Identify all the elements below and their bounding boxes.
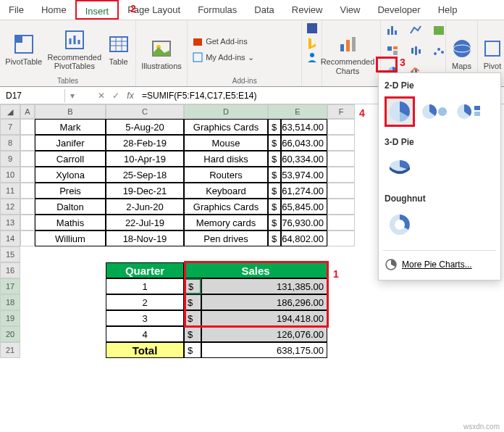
pie-2d-option[interactable] (385, 96, 415, 127)
table-cell-name[interactable]: Xylona (35, 167, 106, 183)
table-cell-date[interactable]: 10-Apr-19 (106, 151, 184, 167)
doughnut-option[interactable] (385, 209, 415, 240)
tab-formulas[interactable]: Formulas (189, 0, 245, 20)
row-19[interactable]: 19 (0, 310, 20, 326)
visio-icon[interactable] (306, 22, 319, 35)
table-cell-name[interactable]: Preis (35, 183, 106, 199)
row-11[interactable]: 11 (0, 183, 20, 199)
quarter-cell[interactable]: 3 (106, 310, 184, 326)
table-cell-date[interactable]: 22-Jul-19 (106, 215, 184, 230)
col-c[interactable]: C (106, 104, 184, 119)
table-cell-val[interactable]: 61,274.00 (281, 183, 327, 199)
people-icon[interactable] (306, 51, 319, 64)
table-cell-val[interactable]: 60,334.00 (281, 151, 327, 167)
row-7[interactable]: 7 (0, 119, 20, 135)
table-cell-cur[interactable]: $ (268, 199, 281, 215)
quarter-cell[interactable]: 1 (106, 278, 184, 294)
table-cell-item[interactable]: Mouse (184, 135, 268, 151)
table-cell-date[interactable]: 28-Feb-19 (106, 135, 184, 151)
table-cell-item[interactable]: Memory cards (184, 215, 268, 230)
col-f[interactable]: F (327, 104, 355, 119)
col-e[interactable]: E (268, 104, 327, 119)
row-10[interactable]: 10 (0, 167, 20, 183)
table-cell-cur[interactable]: $ (268, 151, 281, 167)
col-b[interactable]: B (35, 104, 106, 119)
tab-file[interactable]: File (0, 0, 33, 20)
table-cell-cur[interactable]: $ (268, 167, 281, 183)
tab-insert[interactable]: Insert (75, 0, 119, 20)
tab-home[interactable]: Home (33, 0, 75, 20)
table-cell-val[interactable]: 53,974.00 (281, 167, 327, 183)
sales-val[interactable]: 194,418.00 (201, 310, 327, 326)
name-box[interactable]: D17 (0, 89, 65, 102)
get-addins-button[interactable]: Get Add-ins (190, 34, 248, 49)
sales-cur[interactable]: $ (184, 326, 201, 342)
table-cell-cur[interactable]: $ (268, 183, 281, 199)
table-cell-val[interactable]: 63,514.00 (281, 119, 327, 135)
row-14[interactable]: 14 (0, 230, 20, 246)
quarter-cell[interactable]: 4 (106, 326, 184, 342)
row-15[interactable]: 15 (0, 246, 20, 262)
table-cell-date[interactable]: 5-Aug-20 (106, 119, 184, 135)
table-cell-item[interactable]: Pen drives (184, 230, 268, 246)
cancel-formula-icon[interactable]: ✕ (94, 91, 109, 101)
sales-val[interactable]: 131,385.00 (201, 278, 327, 294)
table-cell-item[interactable]: Routers (184, 167, 268, 183)
row-20[interactable]: 20 (0, 326, 20, 342)
more-pie-charts[interactable]: More Pie Charts... (383, 254, 496, 275)
select-all-corner[interactable]: ◢ (0, 104, 20, 119)
col-a[interactable]: A (20, 104, 35, 119)
table-cell-date[interactable]: 18-Nov-19 (106, 230, 184, 246)
tab-review[interactable]: Review (283, 0, 332, 20)
recommended-pivot-button[interactable]: Recommended PivotTables (47, 28, 101, 70)
insert-column-chart[interactable] (384, 23, 401, 38)
illustrations-button[interactable]: Illustrations (139, 37, 184, 70)
table-cell-date[interactable]: 25-Sep-18 (106, 167, 184, 183)
table-cell-name[interactable]: Carroll (35, 151, 106, 167)
table-cell-val[interactable]: 76,930.00 (281, 215, 327, 230)
table-cell-name[interactable]: Janifer (35, 135, 106, 151)
table-cell-date[interactable]: 2-Jun-20 (106, 199, 184, 215)
insert-hierarchy-chart[interactable] (384, 43, 401, 58)
row-8[interactable]: 8 (0, 135, 20, 151)
bar-of-pie-option[interactable] (454, 96, 484, 127)
fx-icon[interactable]: fx (123, 91, 138, 101)
pivottable-button[interactable]: PivotTable (3, 33, 44, 66)
table-cell-val[interactable]: 65,845.00 (281, 199, 327, 215)
tab-view[interactable]: View (331, 0, 369, 20)
sales-val[interactable]: 126,076.00 (201, 326, 327, 342)
sales-val[interactable]: 186,296.00 (201, 294, 327, 310)
insert-statistic-chart[interactable] (407, 43, 424, 58)
table-cell-val[interactable]: 66,043.00 (281, 135, 327, 151)
table-cell-date[interactable]: 19-Dec-21 (106, 183, 184, 199)
row-9[interactable]: 9 (0, 151, 20, 167)
tab-developer[interactable]: Developer (369, 0, 429, 20)
table-cell-name[interactable]: Willium (35, 230, 106, 246)
tab-help[interactable]: Help (429, 0, 466, 20)
recommended-charts-button[interactable]: Recommended Charts (325, 33, 370, 75)
quarter-cell[interactable]: 2 (106, 294, 184, 310)
insert-map-chart[interactable] (430, 23, 448, 38)
table-cell-cur[interactable]: $ (268, 215, 281, 230)
bing-icon[interactable] (306, 36, 319, 49)
row-21[interactable]: 21 (0, 342, 20, 358)
pie-3d-option[interactable] (385, 153, 415, 183)
table-cell-item[interactable]: Graphics Cards (184, 119, 268, 135)
table-cell-item[interactable]: Keyboard (184, 183, 268, 199)
table-cell-item[interactable]: Graphics Cards (184, 199, 268, 215)
sales-cur[interactable]: $ (184, 278, 201, 294)
pivotchart-button[interactable]: Pivot (481, 37, 504, 70)
table-cell-name[interactable]: Mathis (35, 215, 106, 230)
tab-page-layout[interactable]: Page Layout (119, 0, 189, 20)
pie-of-pie-option[interactable] (419, 96, 450, 127)
col-d[interactable]: D (184, 104, 268, 119)
table-button[interactable]: Table (104, 33, 133, 66)
maps-button[interactable]: Maps (449, 37, 474, 70)
row-18[interactable]: 18 (0, 294, 20, 310)
tab-data[interactable]: Data (245, 0, 282, 20)
table-cell-item[interactable]: Hard disks (184, 151, 268, 167)
insert-scatter-chart[interactable] (430, 43, 448, 58)
sales-cur[interactable]: $ (184, 294, 201, 310)
row-12[interactable]: 12 (0, 199, 20, 215)
my-addins-button[interactable]: My Add-ins ⌄ (190, 50, 255, 65)
